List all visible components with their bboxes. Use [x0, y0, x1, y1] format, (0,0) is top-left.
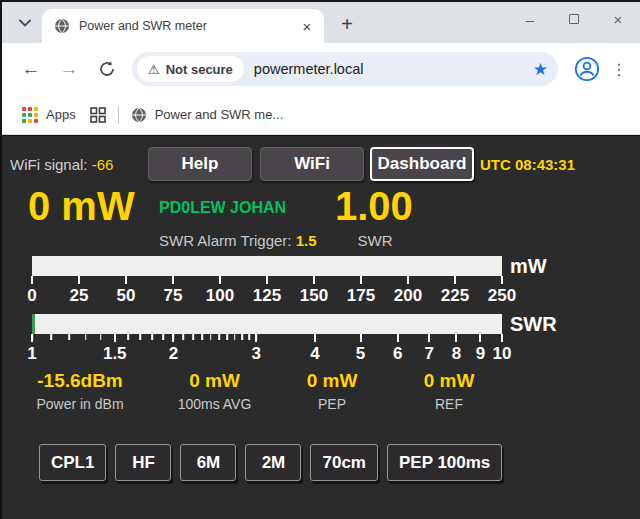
gauge-tick-label: 6 [393, 344, 402, 364]
gauge-tick-label: 175 [347, 286, 375, 306]
window-minimize-button[interactable]: – [508, 2, 552, 36]
70cm-button[interactable]: 70cm [310, 444, 377, 481]
wifi-signal-value: -66 [92, 156, 114, 173]
swr-gauge-unit: SWR [510, 313, 557, 336]
swr-gauge-fill [32, 314, 35, 334]
stat-pep-label: PEP [287, 396, 377, 412]
gauge-major-tick [455, 334, 457, 342]
gauge-tick-label: 10 [493, 344, 512, 364]
cpl1-button[interactable]: CPL1 [39, 444, 106, 481]
gauge-minor-tick [51, 334, 53, 340]
dashboard-button[interactable]: Dashboard [370, 147, 474, 181]
gauge-minor-tick [183, 334, 185, 340]
gauge-minor-tick [192, 334, 194, 340]
maximize-icon [569, 14, 579, 24]
tab-close-icon[interactable]: × [298, 17, 316, 35]
gauge-tick-label: 4 [310, 344, 319, 364]
gauge-major-tick [397, 334, 399, 342]
gauge-tick-label: 1 [27, 344, 36, 364]
gauge-major-tick [360, 276, 362, 284]
bookmarks-separator [118, 106, 119, 124]
6m-button[interactable]: 6M [180, 444, 236, 481]
gauge-tick-label: 8 [452, 344, 461, 364]
gauge-major-tick [454, 276, 456, 284]
wifi-signal-readout: WiFi signal: -66 [10, 148, 113, 182]
gauge-minor-tick [201, 334, 203, 340]
gauge-tick-label: 250 [488, 286, 516, 306]
stat-avg-value: 0 mW [157, 370, 272, 392]
tab-search-chevron-icon[interactable] [12, 10, 38, 36]
new-tab-button[interactable]: + [334, 11, 360, 37]
stat-ref: 0 mW REF [404, 370, 494, 412]
bookmark-star-icon[interactable]: ★ [533, 59, 548, 80]
gauge-tick-label: 9 [476, 344, 485, 364]
address-bar[interactable]: ⚠ Not secure powermeter.local ★ [132, 52, 558, 86]
gauge-minor-tick [151, 334, 153, 340]
swr-value-main: 1.00 [335, 184, 413, 229]
gauge-tick-label: 75 [164, 286, 183, 306]
gauge-major-tick [313, 276, 315, 284]
stat-pep: 0 mW PEP [287, 370, 377, 412]
window-close-button[interactable]: × [596, 2, 640, 36]
gauge-tick-label: 5 [356, 344, 365, 364]
stat-dbm-value: -15.6dBm [20, 370, 140, 392]
gauge-minor-tick [249, 334, 251, 340]
back-icon[interactable]: ← [16, 54, 46, 84]
stat-avg: 0 mW 100ms AVG [157, 370, 272, 412]
swr-alarm-readout: SWR Alarm Trigger: 1.5 [159, 232, 317, 249]
window-controls: – × [508, 2, 640, 36]
gauge-tick-label: 125 [253, 286, 281, 306]
pep-100ms-button[interactable]: PEP 100ms [387, 444, 502, 481]
globe-bookmark-icon [131, 107, 147, 123]
bookmark-title: Power and SWR me... [155, 107, 284, 122]
2m-button[interactable]: 2M [245, 444, 301, 481]
power-gauge-unit: mW [510, 255, 547, 278]
gauge-minor-tick [100, 334, 102, 340]
gauge-minor-tick [210, 334, 212, 340]
tab-title: Power and SWR meter [79, 19, 298, 33]
gauge-major-tick [360, 334, 362, 342]
apps-grid-icon[interactable] [22, 107, 38, 123]
reload-icon[interactable] [92, 54, 122, 84]
bookmark-item[interactable]: Power and SWR me... [131, 107, 284, 123]
gauge-major-tick [501, 334, 503, 342]
gauge-minor-tick [140, 334, 142, 340]
gauge-major-tick [172, 334, 174, 342]
stat-dbm: -15.6dBm Power in dBm [20, 370, 140, 412]
url-text[interactable]: powermeter.local [254, 61, 527, 77]
stat-dbm-label: Power in dBm [20, 396, 140, 412]
gauge-minor-tick [162, 334, 164, 340]
gauge-major-tick [314, 334, 316, 342]
profile-icon[interactable] [574, 56, 600, 82]
power-meter-page: WiFi signal: -66 Help WiFi Dashboard UTC… [2, 135, 640, 519]
reading-list-grid-icon[interactable] [90, 107, 106, 123]
stat-avg-label: 100ms AVG [157, 396, 272, 412]
gauge-minor-tick [127, 334, 129, 340]
wifi-button[interactable]: WiFi [260, 147, 364, 181]
gauge-minor-tick [234, 334, 236, 340]
gauge-major-tick [407, 276, 409, 284]
hf-button[interactable]: HF [115, 444, 171, 481]
wifi-signal-label: WiFi signal: [10, 156, 88, 173]
gauge-major-tick [31, 276, 33, 284]
browser-tab[interactable]: Power and SWR meter × [42, 9, 324, 43]
swr-gauge-ticks [32, 334, 502, 343]
warning-icon: ⚠ [148, 62, 160, 77]
swr-alarm-label: SWR Alarm Trigger: [159, 232, 292, 249]
power-gauge-ticks [32, 276, 502, 285]
gauge-major-tick [479, 334, 481, 342]
security-chip[interactable]: ⚠ Not secure [137, 56, 244, 82]
gauge-major-tick [125, 276, 127, 284]
security-chip-label: Not secure [166, 62, 233, 77]
gauge-minor-tick [68, 334, 70, 340]
browser-menu-icon[interactable]: ⋮ [608, 55, 630, 83]
gauge-tick-label: 200 [394, 286, 422, 306]
apps-label[interactable]: Apps [46, 107, 76, 122]
tab-strip: Power and SWR meter × + – × [2, 2, 640, 43]
gauge-major-tick [172, 276, 174, 284]
gauge-tick-label: 0 [27, 286, 36, 306]
window-maximize-button[interactable] [552, 2, 596, 36]
help-button[interactable]: Help [148, 147, 252, 181]
forward-icon[interactable]: → [54, 54, 84, 84]
gauge-tick-label: 225 [441, 286, 469, 306]
